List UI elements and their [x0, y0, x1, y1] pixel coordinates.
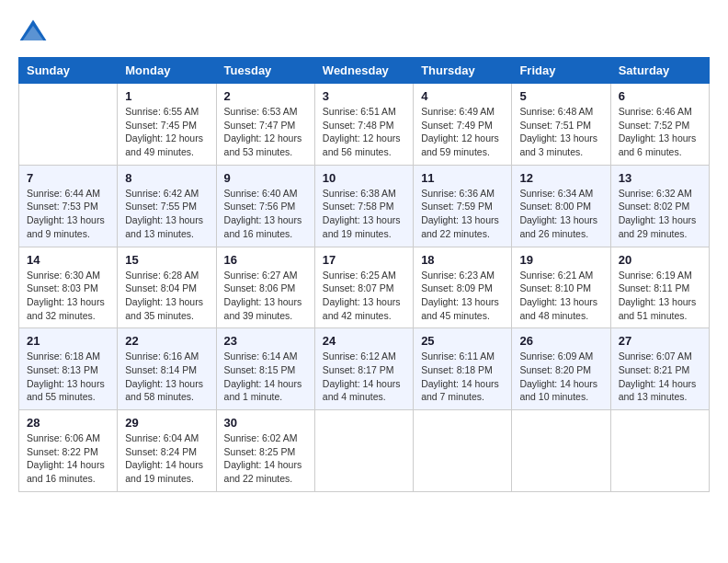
day-number: 13	[619, 171, 701, 185]
day-number: 12	[519, 171, 602, 185]
calendar-cell: 16Sunrise: 6:27 AMSunset: 8:06 PMDayligh…	[216, 247, 314, 328]
calendar-cell: 6Sunrise: 6:46 AMSunset: 7:52 PMDaylight…	[610, 84, 709, 166]
day-number: 23	[224, 334, 307, 348]
page-header	[18, 18, 710, 48]
day-detail: Sunrise: 6:34 AMSunset: 8:00 PMDaylight:…	[519, 187, 602, 241]
day-number: 29	[125, 416, 208, 430]
day-detail: Sunrise: 6:49 AMSunset: 7:49 PMDaylight:…	[421, 105, 504, 159]
logo	[18, 18, 53, 48]
calendar-cell	[19, 84, 118, 166]
day-number: 15	[125, 253, 208, 267]
day-number: 24	[323, 334, 405, 348]
calendar-cell: 5Sunrise: 6:48 AMSunset: 7:51 PMDaylight…	[512, 84, 610, 166]
day-number: 7	[27, 171, 109, 185]
calendar-cell: 17Sunrise: 6:25 AMSunset: 8:07 PMDayligh…	[314, 247, 413, 328]
day-detail: Sunrise: 6:18 AMSunset: 8:13 PMDaylight:…	[27, 350, 109, 404]
calendar-cell: 11Sunrise: 6:36 AMSunset: 7:59 PMDayligh…	[414, 165, 512, 247]
calendar-cell: 18Sunrise: 6:23 AMSunset: 8:09 PMDayligh…	[414, 247, 512, 328]
weekday-header: Monday	[118, 58, 216, 84]
day-number: 3	[323, 89, 405, 103]
day-detail: Sunrise: 6:55 AMSunset: 7:45 PMDaylight:…	[125, 105, 208, 159]
weekday-header: Wednesday	[314, 58, 413, 84]
day-number: 27	[619, 334, 701, 348]
day-number: 20	[619, 253, 701, 267]
calendar-cell	[414, 410, 512, 492]
weekday-header: Tuesday	[216, 58, 314, 84]
calendar-cell: 22Sunrise: 6:16 AMSunset: 8:14 PMDayligh…	[118, 328, 216, 410]
day-number: 6	[619, 89, 701, 103]
day-number: 18	[421, 253, 504, 267]
calendar-table: SundayMondayTuesdayWednesdayThursdayFrid…	[18, 57, 710, 492]
day-number: 28	[27, 416, 109, 430]
calendar-week-row: 1Sunrise: 6:55 AMSunset: 7:45 PMDaylight…	[19, 84, 710, 166]
day-number: 1	[125, 89, 208, 103]
day-detail: Sunrise: 6:25 AMSunset: 8:07 PMDaylight:…	[323, 269, 405, 323]
calendar-cell: 8Sunrise: 6:42 AMSunset: 7:55 PMDaylight…	[118, 165, 216, 247]
day-detail: Sunrise: 6:07 AMSunset: 8:21 PMDaylight:…	[619, 350, 701, 404]
day-number: 19	[519, 253, 602, 267]
day-number: 21	[27, 334, 109, 348]
day-detail: Sunrise: 6:48 AMSunset: 7:51 PMDaylight:…	[519, 105, 602, 159]
calendar-cell	[314, 410, 413, 492]
day-number: 14	[27, 253, 109, 267]
calendar-cell: 26Sunrise: 6:09 AMSunset: 8:20 PMDayligh…	[512, 328, 610, 410]
day-detail: Sunrise: 6:51 AMSunset: 7:48 PMDaylight:…	[323, 105, 405, 159]
day-detail: Sunrise: 6:42 AMSunset: 7:55 PMDaylight:…	[125, 187, 208, 241]
calendar-cell: 21Sunrise: 6:18 AMSunset: 8:13 PMDayligh…	[19, 328, 118, 410]
calendar-cell: 4Sunrise: 6:49 AMSunset: 7:49 PMDaylight…	[414, 84, 512, 166]
calendar-cell	[610, 410, 709, 492]
calendar-week-row: 7Sunrise: 6:44 AMSunset: 7:53 PMDaylight…	[19, 165, 710, 247]
calendar-cell: 12Sunrise: 6:34 AMSunset: 8:00 PMDayligh…	[512, 165, 610, 247]
day-detail: Sunrise: 6:04 AMSunset: 8:24 PMDaylight:…	[125, 431, 208, 486]
calendar-cell: 25Sunrise: 6:11 AMSunset: 8:18 PMDayligh…	[414, 328, 512, 410]
calendar-week-row: 28Sunrise: 6:06 AMSunset: 8:22 PMDayligh…	[19, 410, 710, 492]
calendar-cell: 1Sunrise: 6:55 AMSunset: 7:45 PMDaylight…	[118, 84, 216, 166]
day-number: 16	[224, 253, 307, 267]
day-detail: Sunrise: 6:30 AMSunset: 8:03 PMDaylight:…	[27, 269, 109, 323]
day-detail: Sunrise: 6:09 AMSunset: 8:20 PMDaylight:…	[519, 350, 602, 404]
day-number: 26	[519, 334, 602, 348]
calendar-cell: 24Sunrise: 6:12 AMSunset: 8:17 PMDayligh…	[314, 328, 413, 410]
day-detail: Sunrise: 6:11 AMSunset: 8:18 PMDaylight:…	[421, 350, 504, 404]
day-detail: Sunrise: 6:36 AMSunset: 7:59 PMDaylight:…	[421, 187, 504, 241]
weekday-header: Sunday	[19, 58, 118, 84]
calendar-cell: 15Sunrise: 6:28 AMSunset: 8:04 PMDayligh…	[118, 247, 216, 328]
day-number: 2	[224, 89, 307, 103]
weekday-header: Saturday	[610, 58, 709, 84]
day-detail: Sunrise: 6:14 AMSunset: 8:15 PMDaylight:…	[224, 350, 307, 404]
calendar-cell: 28Sunrise: 6:06 AMSunset: 8:22 PMDayligh…	[19, 410, 118, 492]
day-detail: Sunrise: 6:40 AMSunset: 7:56 PMDaylight:…	[224, 187, 307, 241]
day-detail: Sunrise: 6:21 AMSunset: 8:10 PMDaylight:…	[519, 269, 602, 323]
calendar-cell: 10Sunrise: 6:38 AMSunset: 7:58 PMDayligh…	[314, 165, 413, 247]
calendar-cell	[512, 410, 610, 492]
logo-icon	[18, 18, 48, 48]
day-number: 10	[323, 171, 405, 185]
day-detail: Sunrise: 6:27 AMSunset: 8:06 PMDaylight:…	[224, 269, 307, 323]
day-detail: Sunrise: 6:06 AMSunset: 8:22 PMDaylight:…	[27, 431, 109, 486]
day-number: 4	[421, 89, 504, 103]
calendar-cell: 29Sunrise: 6:04 AMSunset: 8:24 PMDayligh…	[118, 410, 216, 492]
day-number: 30	[224, 416, 307, 430]
calendar-cell: 7Sunrise: 6:44 AMSunset: 7:53 PMDaylight…	[19, 165, 118, 247]
day-detail: Sunrise: 6:53 AMSunset: 7:47 PMDaylight:…	[224, 105, 307, 159]
day-number: 11	[421, 171, 504, 185]
weekday-header: Thursday	[414, 58, 512, 84]
day-number: 22	[125, 334, 208, 348]
day-detail: Sunrise: 6:23 AMSunset: 8:09 PMDaylight:…	[421, 269, 504, 323]
calendar-cell: 9Sunrise: 6:40 AMSunset: 7:56 PMDaylight…	[216, 165, 314, 247]
day-number: 17	[323, 253, 405, 267]
calendar-cell: 23Sunrise: 6:14 AMSunset: 8:15 PMDayligh…	[216, 328, 314, 410]
weekday-header: Friday	[512, 58, 610, 84]
day-number: 5	[519, 89, 602, 103]
calendar-cell: 30Sunrise: 6:02 AMSunset: 8:25 PMDayligh…	[216, 410, 314, 492]
calendar-header-row: SundayMondayTuesdayWednesdayThursdayFrid…	[19, 58, 710, 84]
calendar-cell: 3Sunrise: 6:51 AMSunset: 7:48 PMDaylight…	[314, 84, 413, 166]
calendar-cell: 20Sunrise: 6:19 AMSunset: 8:11 PMDayligh…	[610, 247, 709, 328]
day-detail: Sunrise: 6:12 AMSunset: 8:17 PMDaylight:…	[323, 350, 405, 404]
calendar-cell: 27Sunrise: 6:07 AMSunset: 8:21 PMDayligh…	[610, 328, 709, 410]
day-detail: Sunrise: 6:02 AMSunset: 8:25 PMDaylight:…	[224, 431, 307, 486]
day-number: 8	[125, 171, 208, 185]
calendar-cell: 19Sunrise: 6:21 AMSunset: 8:10 PMDayligh…	[512, 247, 610, 328]
calendar-week-row: 21Sunrise: 6:18 AMSunset: 8:13 PMDayligh…	[19, 328, 710, 410]
calendar-cell: 2Sunrise: 6:53 AMSunset: 7:47 PMDaylight…	[216, 84, 314, 166]
